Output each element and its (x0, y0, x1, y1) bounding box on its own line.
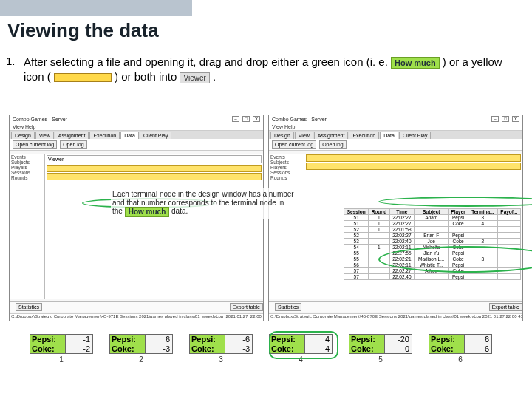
viewer-area-left: Viewer (45, 154, 263, 299)
pepsi-label: Pepsi: (190, 335, 225, 344)
tree-rounds[interactable]: Rounds (10, 175, 44, 180)
table-header[interactable]: Subject (415, 209, 449, 215)
pepsi-value: 6 (146, 335, 172, 344)
export-table-button[interactable]: Export table (230, 303, 263, 311)
tree-players[interactable]: Players (270, 165, 303, 170)
pepsi-label: Pepsi: (110, 335, 146, 344)
tree-players[interactable]: Players (10, 165, 44, 170)
tab-clientplay[interactable]: Client Play (399, 132, 431, 139)
export-table-button[interactable]: Export table (489, 303, 522, 311)
titlebar: Combo Games - Server – □ X (10, 115, 263, 123)
table-header[interactable]: Session (344, 209, 369, 215)
result-card: Pepsi:6Coke:-32 (109, 334, 173, 364)
open-log-button[interactable]: Open log (60, 140, 86, 149)
coke-label: Coke: (190, 344, 225, 353)
table-row[interactable]: 5522:27:55Jian YuPepsi (344, 250, 521, 256)
tab-execution[interactable]: Execution (89, 132, 120, 139)
tab-data[interactable]: Data (380, 132, 398, 139)
slide-top-accent (0, 0, 532, 16)
table-header[interactable]: Round (369, 209, 389, 215)
table-row[interactable]: 5722:02:27AlfredCoke (344, 268, 521, 274)
table-row[interactable]: 5722:02:40Pepsi (344, 274, 521, 280)
tree-right[interactable]: Events Subjects Players Sessions Rounds (269, 154, 304, 299)
yellow-data-row[interactable] (47, 165, 262, 172)
table-row[interactable]: 5622:02:11Whistle T...Pepsi (344, 262, 521, 268)
app-window-right: Combo Games - Server – □ X View Help Des… (268, 115, 523, 321)
pepsi-value: -20 (385, 335, 412, 344)
table-header[interactable]: Time (389, 209, 415, 215)
tab-view[interactable]: View (295, 132, 313, 139)
table-row[interactable]: 5222:02:27Brian FPepsi (344, 233, 521, 239)
maximize-button[interactable]: □ (242, 116, 250, 122)
tabs: Design View Assignment Execution Data Cl… (269, 131, 522, 139)
instruction-text: After selecting a file and opening it, d… (24, 55, 515, 85)
instruction-part1: After selecting a file and opening it, d… (24, 55, 391, 68)
highlight-ring-icon (269, 331, 338, 359)
result-card: Pepsi:-1Coke:-21 (30, 334, 93, 364)
table-row[interactable]: 52122:01:58 (344, 227, 521, 233)
highlight-circle-icon (378, 197, 532, 207)
yellow-icon (54, 73, 112, 82)
pepsi-label: Pepsi: (349, 335, 385, 344)
open-log-button[interactable]: Open log (319, 140, 346, 149)
titlebar: Combo Games - Server – □ X (269, 115, 522, 123)
maximize-button[interactable]: □ (502, 116, 509, 122)
close-button[interactable]: X (512, 116, 519, 122)
open-current-log-button[interactable]: Open current log (13, 140, 57, 149)
result-card: Pepsi:4Coke:44 (269, 334, 332, 364)
result-card: Pepsi:6Coke:66 (429, 334, 492, 364)
tree-events[interactable]: Events (10, 154, 44, 160)
tab-assignment[interactable]: Assignment (55, 132, 89, 139)
tree-subjects[interactable]: Subjects (270, 160, 303, 165)
menubar[interactable]: View Help (269, 123, 522, 131)
close-button[interactable]: X (253, 116, 260, 122)
table-row[interactable]: 54122:02:11NisheitaCoke (344, 245, 521, 250)
minimize-button[interactable]: – (491, 116, 499, 122)
tree-subjects[interactable]: Subjects (10, 160, 44, 165)
tab-view[interactable]: View (35, 132, 54, 139)
tab-execution[interactable]: Execution (349, 132, 379, 139)
pepsi-value: -1 (66, 335, 92, 344)
minimize-button[interactable]: – (232, 116, 239, 122)
table-row[interactable]: 5522:02:21Madison L...Coke3 (344, 256, 521, 262)
menubar[interactable]: View Help (10, 123, 263, 131)
table-header[interactable]: Player (449, 209, 468, 215)
tree-events[interactable]: Events (270, 154, 303, 160)
coke-value: -2 (66, 344, 92, 353)
table-header[interactable]: Termina... (468, 209, 498, 215)
table-row[interactable]: 5322:02:40JoeCoke2 (344, 239, 521, 245)
tab-data[interactable]: Data (120, 132, 139, 139)
tree-sessions[interactable]: Sessions (10, 170, 44, 175)
tab-design[interactable]: Design (270, 132, 294, 139)
coke-label: Coke: (110, 344, 146, 353)
card-number: 2 (109, 355, 173, 364)
yellow-data-row[interactable] (306, 163, 521, 170)
open-current-log-button[interactable]: Open current log (272, 140, 316, 149)
tree-left[interactable]: Events Subjects Players Sessions Rounds (10, 154, 45, 299)
tab-clientplay[interactable]: Client Play (140, 132, 171, 139)
footer-path: C:\Dropbox\Strategic Corporate Managemen… (269, 313, 522, 321)
list-number: 1. (6, 55, 16, 67)
toolbar: Open current log Open log (269, 139, 522, 151)
viewer-chip: Viewer (180, 72, 209, 84)
tab-assignment[interactable]: Assignment (314, 132, 349, 139)
table-row[interactable]: 51122:02:27AdamPepsi3 (344, 215, 521, 221)
table-header[interactable]: Payof... (497, 209, 520, 215)
stats-button[interactable]: Statistics (275, 303, 301, 311)
coke-label: Coke: (30, 344, 66, 353)
tree-rounds[interactable]: Rounds (270, 175, 303, 180)
tab-design[interactable]: Design (11, 132, 35, 139)
coke-label: Coke: (349, 344, 385, 353)
stats-button[interactable]: Statistics (16, 303, 42, 311)
instruction-part3: ) or both into (115, 70, 177, 83)
result-card: Pepsi:-6Coke:-33 (189, 334, 253, 364)
viewer-header: Viewer (47, 155, 262, 163)
table-row[interactable]: 51122:02:27Coke4 (344, 221, 521, 227)
tree-sessions[interactable]: Sessions (270, 170, 303, 175)
window-title: Combo Games - Server (13, 117, 67, 122)
data-table[interactable]: SessionRoundTimeSubjectPlayerTermina...P… (344, 208, 521, 280)
yellow-data-row[interactable] (47, 173, 262, 180)
pepsi-value: -6 (225, 335, 252, 344)
yellow-data-row[interactable] (306, 154, 521, 162)
title-underline (7, 44, 525, 44)
